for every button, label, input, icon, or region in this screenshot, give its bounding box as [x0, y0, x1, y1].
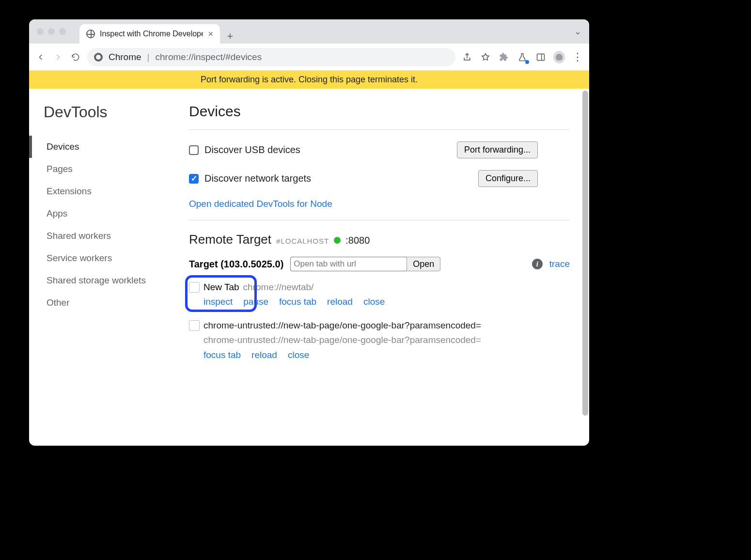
- remote-target-host: #LOCALHOST: [276, 237, 329, 245]
- svg-rect-0: [537, 54, 545, 60]
- remote-tab-actions: inspect pause focus tab reload close: [203, 295, 570, 309]
- discover-network-row: Discover network targets Configure...: [189, 170, 538, 187]
- action-inspect[interactable]: inspect: [203, 295, 233, 309]
- tab-title: Inspect with Chrome Develope: [100, 30, 203, 38]
- page-heading: Devices: [189, 103, 570, 120]
- sidebar-item-extensions[interactable]: Extensions: [44, 180, 184, 202]
- profile-avatar[interactable]: [553, 51, 565, 63]
- divider: [189, 220, 570, 220]
- discover-network-checkbox[interactable]: [189, 174, 199, 184]
- info-icon[interactable]: i: [532, 259, 543, 269]
- share-icon[interactable]: [461, 51, 473, 63]
- address-bar[interactable]: Chrome | chrome://inspect/#devices: [87, 48, 455, 66]
- notification-dot-icon: [525, 60, 529, 64]
- discover-network-label: Discover network targets: [204, 173, 311, 184]
- sidebar: DevTools Devices Pages Extensions Apps S…: [29, 89, 184, 446]
- tab-list-chevron-icon[interactable]: ⌄: [574, 26, 581, 37]
- scrollbar-thumb[interactable]: [582, 91, 588, 416]
- side-panel-icon[interactable]: [535, 51, 547, 63]
- open-node-devtools-link[interactable]: Open dedicated DevTools for Node: [189, 199, 332, 209]
- new-tab-button[interactable]: +: [223, 29, 237, 44]
- action-focus-tab[interactable]: focus tab: [203, 348, 241, 362]
- action-reload[interactable]: reload: [251, 348, 277, 362]
- browser-tab[interactable]: Inspect with Chrome Develope ×: [79, 24, 220, 44]
- action-reload[interactable]: reload: [327, 295, 353, 309]
- target-version-label: Target (103.0.5025.0): [189, 259, 283, 270]
- open-tab-group: Open: [290, 257, 440, 271]
- chrome-logo-icon: [94, 53, 103, 62]
- sidebar-item-devices[interactable]: Devices: [29, 136, 184, 158]
- remote-tab-url: chrome-untrusted://new-tab-page/one-goog…: [203, 333, 570, 347]
- remote-tab-title: chrome-untrusted://new-tab-page/one-goog…: [203, 318, 481, 333]
- remote-tab-entry: chrome-untrusted://new-tab-page/one-goog…: [189, 318, 570, 362]
- open-tab-url-input[interactable]: [290, 257, 407, 271]
- sidebar-title: DevTools: [44, 103, 184, 121]
- remote-target-port: :8080: [345, 235, 370, 246]
- labs-icon[interactable]: [516, 51, 528, 63]
- discover-usb-row: Discover USB devices Port forwarding...: [189, 141, 538, 158]
- port-forwarding-button[interactable]: Port forwarding...: [457, 141, 538, 158]
- favicon-placeholder-icon: [189, 320, 200, 331]
- action-focus-tab[interactable]: focus tab: [279, 295, 316, 309]
- favicon-placeholder-icon: [189, 282, 200, 293]
- maximize-window-icon[interactable]: [59, 28, 66, 35]
- url-origin: Chrome: [109, 52, 141, 62]
- forward-button[interactable]: [52, 51, 64, 63]
- trace-link[interactable]: trace: [549, 259, 570, 269]
- remote-tab-url: chrome://newtab/: [243, 280, 314, 295]
- back-button[interactable]: [35, 51, 47, 63]
- titlebar: Inspect with Chrome Develope × + ⌄: [29, 19, 589, 44]
- sidebar-item-apps[interactable]: Apps: [44, 202, 184, 225]
- page-body: DevTools Devices Pages Extensions Apps S…: [29, 89, 589, 446]
- target-row: Target (103.0.5025.0) Open i trace: [189, 257, 570, 271]
- scrollbar[interactable]: [582, 91, 588, 444]
- sidebar-item-other[interactable]: Other: [44, 292, 184, 314]
- toolbar: Chrome | chrome://inspect/#devices: [29, 44, 589, 71]
- browser-window: Inspect with Chrome Develope × + ⌄ Chrom…: [29, 19, 589, 446]
- remote-tab-entry: New Tab chrome://newtab/ inspect pause f…: [189, 280, 570, 310]
- action-pause[interactable]: pause: [243, 295, 268, 309]
- sidebar-item-shared-workers[interactable]: Shared workers: [44, 225, 184, 247]
- bookmark-star-icon[interactable]: [480, 51, 491, 63]
- action-close[interactable]: close: [363, 295, 385, 309]
- close-window-icon[interactable]: [37, 28, 44, 35]
- reload-button[interactable]: [70, 51, 81, 63]
- status-dot-icon: [334, 237, 341, 244]
- menu-kebab-icon[interactable]: ⋮: [572, 51, 583, 63]
- open-tab-button[interactable]: Open: [407, 257, 440, 271]
- remote-tab-title: New Tab: [203, 280, 239, 295]
- sidebar-item-pages[interactable]: Pages: [44, 158, 184, 180]
- sidebar-item-shared-storage-worklets[interactable]: Shared storage worklets: [44, 269, 184, 292]
- minimize-window-icon[interactable]: [48, 28, 55, 35]
- remote-target-header: Remote Target #LOCALHOST :8080: [189, 232, 570, 247]
- port-forwarding-banner: Port forwarding is active. Closing this …: [29, 71, 589, 89]
- remote-target-title: Remote Target: [189, 232, 271, 247]
- divider: [189, 129, 570, 130]
- window-controls: [37, 28, 66, 35]
- main-panel: Devices Discover USB devices Port forwar…: [184, 89, 589, 446]
- sidebar-item-service-workers[interactable]: Service workers: [44, 247, 184, 269]
- extensions-icon[interactable]: [498, 51, 510, 63]
- url-separator: |: [147, 52, 150, 62]
- globe-icon: [86, 30, 95, 38]
- remote-tab-actions: focus tab reload close: [203, 348, 570, 362]
- discover-usb-label: Discover USB devices: [204, 144, 300, 156]
- page-content: Port forwarding is active. Closing this …: [29, 71, 589, 446]
- action-close[interactable]: close: [288, 348, 309, 362]
- configure-button[interactable]: Configure...: [478, 170, 538, 187]
- tab-strip: Inspect with Chrome Develope × +: [79, 19, 570, 44]
- url-path: chrome://inspect/#devices: [156, 52, 262, 62]
- discover-usb-checkbox[interactable]: [189, 145, 199, 155]
- toolbar-right: ⋮: [461, 51, 583, 63]
- close-tab-icon[interactable]: ×: [208, 29, 213, 39]
